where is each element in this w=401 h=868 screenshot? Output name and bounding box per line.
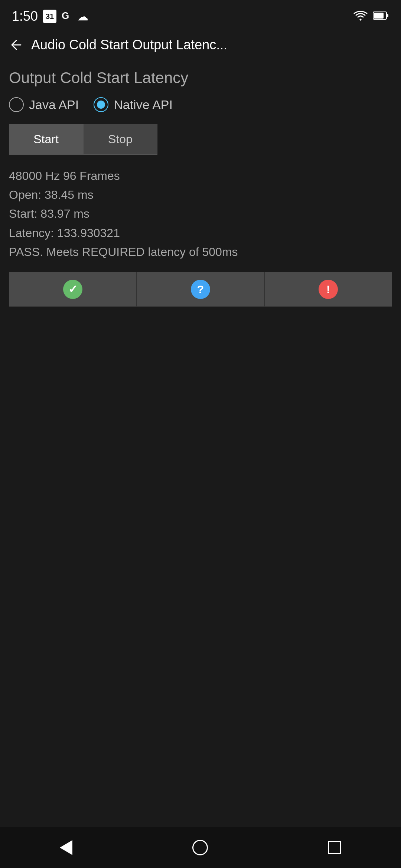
fail-icon: ! bbox=[319, 280, 338, 299]
battery-icon bbox=[373, 11, 389, 22]
result-line-2: Start: 83.97 ms bbox=[9, 204, 392, 223]
main-content: Output Cold Start Latency Java API Nativ… bbox=[0, 60, 401, 868]
calendar-icon: 31 bbox=[43, 10, 56, 23]
radio-native-outer bbox=[94, 97, 108, 112]
back-nav-icon bbox=[60, 840, 72, 855]
nav-home-button[interactable] bbox=[185, 832, 215, 863]
radio-java-api[interactable]: Java API bbox=[9, 97, 79, 112]
status-pass-button[interactable]: ✓ bbox=[9, 272, 137, 307]
svg-rect-3 bbox=[387, 14, 388, 17]
status-time: 1:50 bbox=[12, 9, 38, 24]
result-line-4: PASS. Meets REQUIRED latency of 500ms bbox=[9, 243, 392, 262]
svg-rect-2 bbox=[374, 13, 384, 19]
back-button[interactable] bbox=[9, 37, 24, 52]
status-info-button[interactable]: ? bbox=[137, 272, 264, 307]
radio-java-outer bbox=[9, 97, 24, 112]
status-bar-left: 1:50 31 G ☁ bbox=[12, 9, 88, 24]
info-icon: ? bbox=[191, 280, 210, 299]
app-title: Audio Cold Start Output Latenc... bbox=[31, 37, 392, 53]
status-bar-right bbox=[353, 10, 389, 22]
radio-native-label: Native API bbox=[114, 98, 173, 112]
result-line-3: Latency: 133.930321 bbox=[9, 224, 392, 243]
home-nav-icon bbox=[192, 840, 208, 855]
recents-nav-icon bbox=[328, 841, 341, 854]
cloud-icon: ☁ bbox=[77, 10, 88, 23]
radio-native-api[interactable]: Native API bbox=[94, 97, 173, 112]
result-line-1: Open: 38.45 ms bbox=[9, 185, 392, 204]
svg-text:G: G bbox=[62, 10, 69, 20]
status-bar: 1:50 31 G ☁ bbox=[0, 0, 401, 30]
button-row: Start Stop bbox=[9, 124, 392, 155]
section-title: Output Cold Start Latency bbox=[9, 69, 392, 87]
radio-native-inner bbox=[97, 101, 105, 109]
status-fail-button[interactable]: ! bbox=[264, 272, 392, 307]
google-icon: G bbox=[62, 10, 72, 23]
pass-icon: ✓ bbox=[63, 280, 82, 299]
start-button[interactable]: Start bbox=[9, 124, 83, 155]
stop-button[interactable]: Stop bbox=[83, 124, 157, 155]
result-info: 48000 Hz 96 Frames Open: 38.45 ms Start:… bbox=[9, 167, 392, 262]
result-line-0: 48000 Hz 96 Frames bbox=[9, 167, 392, 185]
radio-java-label: Java API bbox=[29, 98, 79, 112]
nav-back-button[interactable] bbox=[52, 833, 80, 862]
status-buttons: ✓ ? ! bbox=[9, 272, 392, 307]
wifi-icon bbox=[353, 10, 368, 22]
app-bar: Audio Cold Start Output Latenc... bbox=[0, 30, 401, 60]
radio-group: Java API Native API bbox=[9, 97, 392, 112]
nav-recents-button[interactable] bbox=[320, 834, 349, 862]
bottom-nav bbox=[0, 827, 401, 868]
